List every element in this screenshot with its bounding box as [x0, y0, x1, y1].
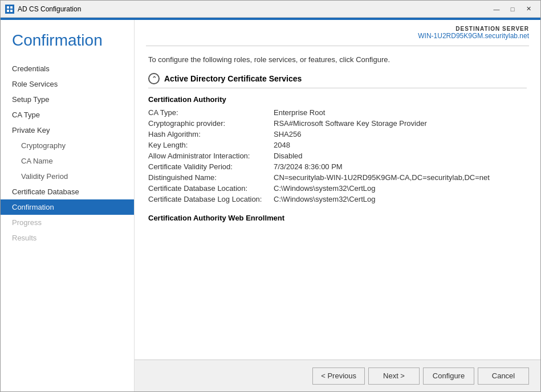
sidebar-item-progress: Progress: [1, 215, 134, 230]
sidebar-item-validity-period[interactable]: Validity Period: [1, 169, 134, 184]
value-dn: CN=securitylab-WIN-1U2RD95K9GM-CA,DC=sec…: [274, 173, 527, 182]
value-db-log-location: C:\Windows\system32\CertLog: [274, 195, 527, 203]
right-panel: DESTINATION SERVER WIN-1U2RD95K9GM.secur…: [135, 20, 540, 391]
sidebar-item-results: Results: [1, 230, 134, 246]
configure-button[interactable]: Configure: [423, 368, 474, 385]
value-db-location: C:\Windows\system32\CertLog: [274, 184, 527, 193]
sidebar-item-ca-name[interactable]: CA Name: [1, 153, 134, 169]
svg-rect-2: [7, 10, 9, 12]
value-hash: SHA256: [274, 130, 527, 138]
detail-row-admin: Allow Administrator Interaction: Disable…: [148, 152, 527, 160]
label-validity: Certificate Validity Period:: [148, 162, 274, 171]
detail-row-key-length: Key Length: 2048: [148, 141, 527, 149]
label-db-log-location: Certificate Database Log Location:: [148, 195, 274, 203]
label-admin: Allow Administrator Interaction:: [148, 152, 274, 160]
svg-rect-3: [10, 10, 13, 12]
label-db-location: Certificate Database Location:: [148, 184, 274, 193]
previous-button[interactable]: < Previous: [312, 368, 365, 385]
content-body: To configure the following roles, role s…: [135, 46, 540, 360]
collapse-icon[interactable]: ⌃: [148, 73, 160, 84]
maximize-button[interactable]: □: [505, 3, 520, 15]
svg-rect-1: [10, 6, 13, 9]
label-dn: Distinguished Name:: [148, 173, 274, 182]
value-crypto: RSA#Microsoft Software Key Storage Provi…: [274, 119, 527, 128]
sidebar-item-role-services[interactable]: Role Services: [1, 76, 134, 92]
close-button[interactable]: ✕: [521, 3, 536, 15]
detail-row-hash: Hash Algorithm: SHA256: [148, 130, 527, 138]
main-layout: Confirmation Credentials Role Services S…: [1, 20, 540, 391]
svg-rect-0: [7, 6, 9, 9]
cancel-button[interactable]: Cancel: [478, 368, 529, 385]
label-crypto: Cryptographic provider:: [148, 119, 274, 128]
page-title: Confirmation: [1, 31, 134, 61]
sidebar-item-credentials[interactable]: Credentials: [1, 61, 134, 76]
sidebar-item-private-key[interactable]: Private Key: [1, 122, 134, 138]
destination-header: DESTINATION SERVER WIN-1U2RD95K9GM.secur…: [135, 20, 540, 46]
label-key-length: Key Length:: [148, 141, 274, 149]
window-title: AD CS Configuration: [18, 5, 489, 13]
sidebar-item-setup-type[interactable]: Setup Type: [1, 92, 134, 107]
detail-row-dn: Distinguished Name: CN=securitylab-WIN-1…: [148, 173, 527, 182]
label-ca-type: CA Type:: [148, 108, 274, 117]
main-window: AD CS Configuration — □ ✕ Confirmation C…: [0, 0, 541, 392]
section-title: Active Directory Certificate Services: [164, 74, 302, 83]
content-area: Confirmation Credentials Role Services S…: [1, 18, 540, 391]
sidebar-item-cryptography[interactable]: Cryptography: [1, 138, 134, 153]
value-key-length: 2048: [274, 141, 527, 149]
next-button[interactable]: Next >: [368, 368, 420, 385]
window-controls: — □ ✕: [489, 3, 536, 15]
label-hash: Hash Algorithm:: [148, 130, 274, 138]
subsection-cert-authority-title: Certification Authority: [148, 95, 527, 104]
detail-row-validity: Certificate Validity Period: 7/3/2024 8:…: [148, 162, 527, 171]
sidebar-item-confirmation[interactable]: Confirmation: [1, 199, 134, 215]
detail-row-ca-type: CA Type: Enterprise Root: [148, 108, 527, 117]
value-ca-type: Enterprise Root: [274, 108, 527, 117]
left-panel: Confirmation Credentials Role Services S…: [1, 20, 135, 391]
detail-row-db-log-location: Certificate Database Log Location: C:\Wi…: [148, 195, 527, 203]
sidebar-item-ca-type[interactable]: CA Type: [1, 107, 134, 122]
minimize-button[interactable]: —: [489, 3, 504, 15]
sidebar-item-certificate-database[interactable]: Certificate Database: [1, 184, 134, 199]
destination-label: DESTINATION SERVER: [146, 26, 529, 32]
detail-row-db-location: Certificate Database Location: C:\Window…: [148, 184, 527, 193]
value-admin: Disabled: [274, 152, 527, 160]
app-icon: [5, 5, 14, 14]
section-header: ⌃ Active Directory Certificate Services: [148, 73, 527, 84]
footer: < Previous Next > Configure Cancel: [135, 360, 540, 391]
detail-row-crypto: Cryptographic provider: RSA#Microsoft So…: [148, 119, 527, 128]
intro-text: To configure the following roles, role s…: [148, 55, 527, 64]
destination-server: WIN-1U2RD95K9GM.securitylab.net: [146, 32, 529, 40]
title-bar: AD CS Configuration — □ ✕: [1, 1, 540, 18]
section-divider: [148, 88, 527, 88]
value-validity: 7/3/2024 8:36:00 PM: [274, 162, 527, 171]
subsection-web-enrollment-title: Certification Authority Web Enrollment: [148, 214, 527, 222]
